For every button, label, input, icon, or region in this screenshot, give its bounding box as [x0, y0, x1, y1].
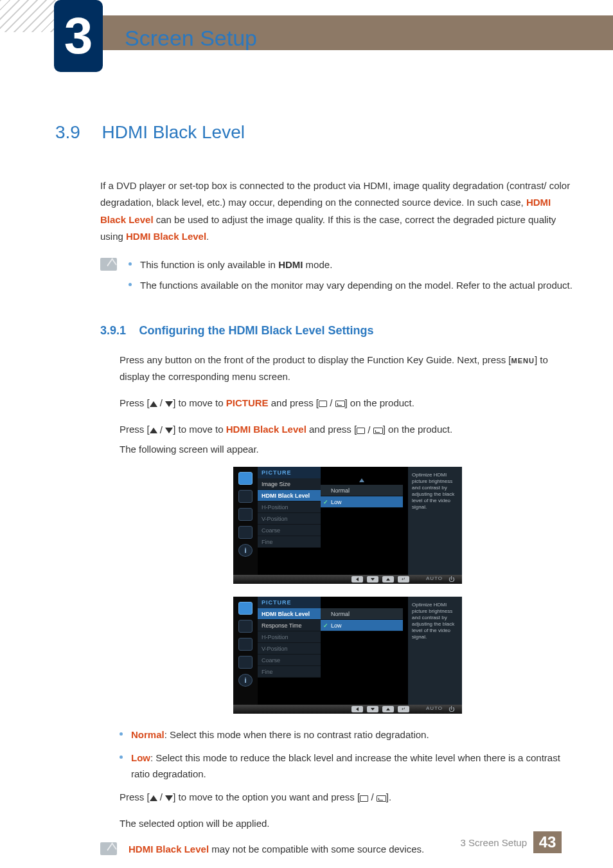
osd1-item-4: Coarse [258, 525, 321, 536]
osd1-footer: ↵ AUTO ⏻ [233, 575, 462, 584]
osd2-options: Normal Low [321, 608, 403, 631]
osd1-auto-label: AUTO [426, 575, 443, 581]
osd-monitor-icon [238, 602, 253, 615]
enter-icon [373, 428, 383, 434]
osd2-menu: PICTURE HDMI Black Level Response Time H… [258, 597, 321, 705]
osd2-item-5: Fine [258, 666, 321, 678]
osd-screenshots: i PICTURE Image Size HDMI Black Level H-… [120, 467, 576, 714]
osd1-sidebar: i [233, 467, 258, 575]
osd1-help-panel: Optimize HDMI picture brightness and con… [408, 467, 462, 575]
osd-screenshot-2: i PICTURE HDMI Black Level Response Time… [233, 597, 462, 714]
intro-keyword-2: HDMI Black Level [126, 231, 206, 242]
step-1: Press any button on the front of the pro… [120, 352, 576, 386]
osd-nav-up-icon [382, 706, 394, 712]
scroll-up-icon [359, 478, 364, 482]
intro-paragraph: If a DVD player or set-top box is connec… [100, 177, 576, 245]
osd-info-icon: i [238, 674, 253, 687]
step-4: Press [ / ] to move to the option you wa… [120, 789, 576, 806]
osd-enter-icon: ↵ [398, 706, 409, 712]
osd2-auto-label: AUTO [426, 705, 443, 711]
osd-nav-up-icon [382, 576, 394, 583]
page-footer: 3 Screen Setup 43 [0, 817, 613, 868]
menu-key-label: MENU [511, 357, 535, 365]
osd2-item-2: H-Position [258, 631, 321, 643]
osd2-item-4: Coarse [258, 655, 321, 666]
osd2-option-normal: Normal [321, 608, 403, 620]
osd2-item-0: HDMI Black Level [258, 608, 321, 620]
osd1-item-2: H-Position [258, 502, 321, 513]
step-2: Press [ / ] to move to PICTURE and press… [120, 395, 576, 412]
osd1-option-low: Low [321, 496, 403, 508]
osd1-item-0: Image Size [258, 478, 321, 490]
footer-page-number: 43 [533, 831, 562, 853]
osd1-option-normal: Normal [321, 485, 403, 496]
section-number: 3.9 [55, 122, 99, 143]
osd1-item-3: V-Position [258, 513, 321, 525]
section-title: HDMI Black Level [102, 122, 245, 143]
osd-nav-left-icon [351, 706, 363, 712]
osd-picture-icon [238, 490, 253, 503]
osd1-item-5: Fine [258, 536, 321, 548]
up-down-icons: / [150, 395, 173, 411]
select-icon [360, 795, 368, 802]
osd-arrows-icon [238, 508, 253, 521]
note-block-1: This function is only available in HDMI … [100, 257, 576, 297]
osd2-help-panel: Optimize HDMI picture brightness and con… [408, 597, 462, 705]
subsection-number: 3.9.1 [100, 324, 136, 338]
osd2-option-low: Low [321, 620, 403, 631]
note1-bullet-1: This function is only available in HDMI … [129, 257, 573, 273]
triangle-up-icon [150, 428, 157, 433]
osd-gear-icon [238, 526, 253, 539]
up-down-icons: / [150, 422, 173, 439]
osd2-sidebar: i [233, 597, 258, 705]
osd-nav-down-icon [367, 706, 378, 712]
osd-nav-down-icon [367, 576, 378, 583]
select-enter-icons: / [360, 789, 386, 806]
note1-bullet-2: The functions available on the monitor m… [129, 277, 573, 294]
footer-chapter-label: 3 Screen Setup [461, 837, 527, 848]
select-icon [357, 428, 365, 434]
subsection-heading: 3.9.1 Configuring the HDMI Black Level S… [100, 324, 576, 338]
section-heading: 3.9 HDMI Black Level [55, 122, 576, 143]
note-bullets-1: This function is only available in HDMI … [129, 257, 573, 297]
osd-enter-icon: ↵ [398, 576, 409, 583]
osd1-footer-buttons: ↵ [351, 576, 409, 583]
select-icon [319, 401, 327, 407]
osd-monitor-icon [238, 472, 253, 485]
select-enter-icons: / [319, 395, 345, 411]
osd1-menu: PICTURE Image Size HDMI Black Level H-Po… [258, 467, 321, 575]
osd-screenshot-1: i PICTURE Image Size HDMI Black Level H-… [233, 467, 462, 584]
chapter-number: 3 [64, 6, 93, 66]
up-down-icons: / [150, 789, 173, 806]
osd2-item-1: Response Time [258, 620, 321, 631]
triangle-down-icon [165, 401, 173, 407]
triangle-down-icon [165, 795, 173, 801]
step-3: Press [ / ] to move to HDMI Black Level … [120, 421, 576, 439]
triangle-up-icon [150, 401, 157, 407]
osd-nav-left-icon [351, 576, 363, 583]
steps-body: Press any button on the front of the pro… [120, 352, 576, 458]
osd2-header: PICTURE [258, 597, 321, 608]
select-enter-icons: / [357, 422, 383, 439]
page-content: 3.9 HDMI Black Level If a DVD player or … [55, 122, 576, 857]
osd-info-icon: i [238, 544, 253, 557]
osd-arrows-icon [238, 638, 253, 651]
osd2-item-3: V-Position [258, 643, 321, 655]
osd2-footer: ↵ AUTO ⏻ [233, 705, 462, 714]
option-normal-desc: Normal: Select this mode when there is n… [120, 727, 576, 743]
osd1-item-1: HDMI Black Level [258, 490, 321, 502]
osd1-scroll-indicator [321, 473, 403, 480]
chapter-number-badge: 3 [54, 0, 103, 72]
triangle-down-icon [165, 428, 173, 433]
subsection-title: Configuring the HDMI Black Level Setting… [139, 324, 373, 337]
option-low-desc: Low: Select this mode to reduce the blac… [120, 750, 576, 782]
enter-icon [335, 401, 345, 407]
intro-text-c: . [206, 231, 209, 242]
intro-text-a: If a DVD player or set-top box is connec… [100, 180, 570, 208]
osd-power-icon: ⏻ [449, 576, 454, 583]
triangle-up-icon [150, 795, 157, 801]
osd2-footer-buttons: ↵ [351, 706, 409, 712]
osd-picture-icon [238, 620, 253, 633]
osd2-help-text: Optimize HDMI picture brightness and con… [408, 597, 462, 646]
option-descriptions: Normal: Select this mode when there is n… [120, 727, 576, 782]
